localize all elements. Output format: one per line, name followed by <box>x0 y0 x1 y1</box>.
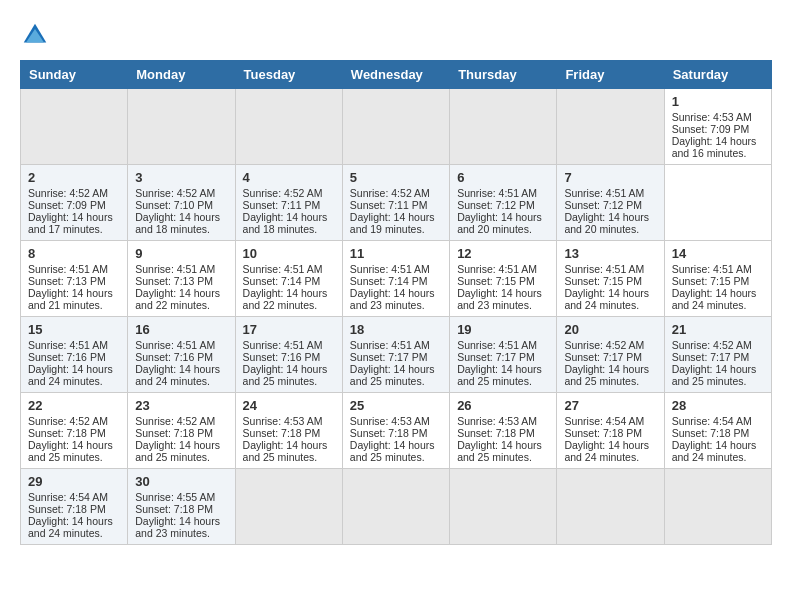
calendar-cell-day-29: 29 Sunrise: 4:54 AM Sunset: 7:18 PM Dayl… <box>21 469 128 545</box>
day-number: 19 <box>457 322 549 337</box>
sunrise: Sunrise: 4:51 AM <box>243 339 323 351</box>
calendar-week-4: 22 Sunrise: 4:52 AM Sunset: 7:18 PM Dayl… <box>21 393 772 469</box>
sunrise: Sunrise: 4:54 AM <box>564 415 644 427</box>
daylight: Daylight: 14 hours and 16 minutes. <box>672 135 757 159</box>
calendar-cell-day-2: 2 Sunrise: 4:52 AM Sunset: 7:09 PM Dayli… <box>21 165 128 241</box>
daylight: Daylight: 14 hours and 24 minutes. <box>564 439 649 463</box>
daylight: Daylight: 14 hours and 18 minutes. <box>135 211 220 235</box>
sunset: Sunset: 7:16 PM <box>28 351 106 363</box>
day-number: 14 <box>672 246 764 261</box>
daylight: Daylight: 14 hours and 19 minutes. <box>350 211 435 235</box>
daylight: Daylight: 14 hours and 25 minutes. <box>457 439 542 463</box>
sunset: Sunset: 7:17 PM <box>350 351 428 363</box>
calendar-week-0: 1 Sunrise: 4:53 AM Sunset: 7:09 PM Dayli… <box>21 89 772 165</box>
sunrise: Sunrise: 4:51 AM <box>564 187 644 199</box>
empty-cell <box>557 469 664 545</box>
daylight: Daylight: 14 hours and 24 minutes. <box>28 515 113 539</box>
column-header-wednesday: Wednesday <box>342 61 449 89</box>
empty-cell <box>128 89 235 165</box>
sunset: Sunset: 7:16 PM <box>135 351 213 363</box>
day-number: 3 <box>135 170 227 185</box>
daylight: Daylight: 14 hours and 21 minutes. <box>28 287 113 311</box>
calendar-week-3: 15 Sunrise: 4:51 AM Sunset: 7:16 PM Dayl… <box>21 317 772 393</box>
sunrise: Sunrise: 4:53 AM <box>457 415 537 427</box>
empty-cell <box>235 469 342 545</box>
sunset: Sunset: 7:09 PM <box>28 199 106 211</box>
day-number: 18 <box>350 322 442 337</box>
sunrise: Sunrise: 4:53 AM <box>672 111 752 123</box>
calendar-cell-day-24: 24 Sunrise: 4:53 AM Sunset: 7:18 PM Dayl… <box>235 393 342 469</box>
sunrise: Sunrise: 4:52 AM <box>135 415 215 427</box>
day-number: 12 <box>457 246 549 261</box>
daylight: Daylight: 14 hours and 17 minutes. <box>28 211 113 235</box>
daylight: Daylight: 14 hours and 20 minutes. <box>457 211 542 235</box>
sunset: Sunset: 7:11 PM <box>243 199 321 211</box>
day-number: 11 <box>350 246 442 261</box>
calendar-cell-day-14: 14 Sunrise: 4:51 AM Sunset: 7:15 PM Dayl… <box>664 241 771 317</box>
day-number: 23 <box>135 398 227 413</box>
calendar-cell-day-1: 1 Sunrise: 4:53 AM Sunset: 7:09 PM Dayli… <box>664 89 771 165</box>
calendar-cell-day-21: 21 Sunrise: 4:52 AM Sunset: 7:17 PM Dayl… <box>664 317 771 393</box>
sunrise: Sunrise: 4:52 AM <box>564 339 644 351</box>
day-number: 30 <box>135 474 227 489</box>
day-number: 21 <box>672 322 764 337</box>
daylight: Daylight: 14 hours and 23 minutes. <box>457 287 542 311</box>
sunset: Sunset: 7:18 PM <box>672 427 750 439</box>
empty-cell <box>342 89 449 165</box>
sunrise: Sunrise: 4:51 AM <box>28 339 108 351</box>
calendar-table: SundayMondayTuesdayWednesdayThursdayFrid… <box>20 60 772 545</box>
day-number: 9 <box>135 246 227 261</box>
day-number: 2 <box>28 170 120 185</box>
calendar-cell-day-30: 30 Sunrise: 4:55 AM Sunset: 7:18 PM Dayl… <box>128 469 235 545</box>
calendar-cell-day-20: 20 Sunrise: 4:52 AM Sunset: 7:17 PM Dayl… <box>557 317 664 393</box>
sunrise: Sunrise: 4:51 AM <box>28 263 108 275</box>
day-number: 1 <box>672 94 764 109</box>
sunrise: Sunrise: 4:51 AM <box>564 263 644 275</box>
empty-cell <box>664 469 771 545</box>
calendar-cell-day-7: 7 Sunrise: 4:51 AM Sunset: 7:12 PM Dayli… <box>557 165 664 241</box>
sunrise: Sunrise: 4:52 AM <box>135 187 215 199</box>
sunset: Sunset: 7:14 PM <box>243 275 321 287</box>
calendar-cell-day-5: 5 Sunrise: 4:52 AM Sunset: 7:11 PM Dayli… <box>342 165 449 241</box>
logo <box>20 20 54 50</box>
logo-icon <box>20 20 50 50</box>
day-number: 24 <box>243 398 335 413</box>
calendar-header-row: SundayMondayTuesdayWednesdayThursdayFrid… <box>21 61 772 89</box>
sunset: Sunset: 7:12 PM <box>457 199 535 211</box>
calendar-cell-day-8: 8 Sunrise: 4:51 AM Sunset: 7:13 PM Dayli… <box>21 241 128 317</box>
sunrise: Sunrise: 4:52 AM <box>28 187 108 199</box>
day-number: 6 <box>457 170 549 185</box>
column-header-sunday: Sunday <box>21 61 128 89</box>
daylight: Daylight: 14 hours and 24 minutes. <box>28 363 113 387</box>
sunrise: Sunrise: 4:51 AM <box>457 187 537 199</box>
daylight: Daylight: 14 hours and 24 minutes. <box>672 287 757 311</box>
calendar-cell-day-23: 23 Sunrise: 4:52 AM Sunset: 7:18 PM Dayl… <box>128 393 235 469</box>
daylight: Daylight: 14 hours and 25 minutes. <box>28 439 113 463</box>
sunrise: Sunrise: 4:51 AM <box>672 263 752 275</box>
daylight: Daylight: 14 hours and 25 minutes. <box>672 363 757 387</box>
sunset: Sunset: 7:15 PM <box>564 275 642 287</box>
day-number: 13 <box>564 246 656 261</box>
empty-cell <box>450 89 557 165</box>
calendar-cell-day-16: 16 Sunrise: 4:51 AM Sunset: 7:16 PM Dayl… <box>128 317 235 393</box>
sunset: Sunset: 7:17 PM <box>457 351 535 363</box>
calendar-week-2: 8 Sunrise: 4:51 AM Sunset: 7:13 PM Dayli… <box>21 241 772 317</box>
sunset: Sunset: 7:16 PM <box>243 351 321 363</box>
sunrise: Sunrise: 4:53 AM <box>243 415 323 427</box>
sunset: Sunset: 7:18 PM <box>457 427 535 439</box>
daylight: Daylight: 14 hours and 24 minutes. <box>672 439 757 463</box>
empty-cell <box>450 469 557 545</box>
calendar-cell-day-18: 18 Sunrise: 4:51 AM Sunset: 7:17 PM Dayl… <box>342 317 449 393</box>
sunrise: Sunrise: 4:52 AM <box>28 415 108 427</box>
daylight: Daylight: 14 hours and 24 minutes. <box>135 363 220 387</box>
sunrise: Sunrise: 4:51 AM <box>350 263 430 275</box>
daylight: Daylight: 14 hours and 18 minutes. <box>243 211 328 235</box>
sunset: Sunset: 7:14 PM <box>350 275 428 287</box>
day-number: 22 <box>28 398 120 413</box>
daylight: Daylight: 14 hours and 20 minutes. <box>564 211 649 235</box>
day-number: 7 <box>564 170 656 185</box>
sunset: Sunset: 7:17 PM <box>672 351 750 363</box>
sunset: Sunset: 7:15 PM <box>672 275 750 287</box>
empty-cell <box>235 89 342 165</box>
calendar-cell-day-15: 15 Sunrise: 4:51 AM Sunset: 7:16 PM Dayl… <box>21 317 128 393</box>
